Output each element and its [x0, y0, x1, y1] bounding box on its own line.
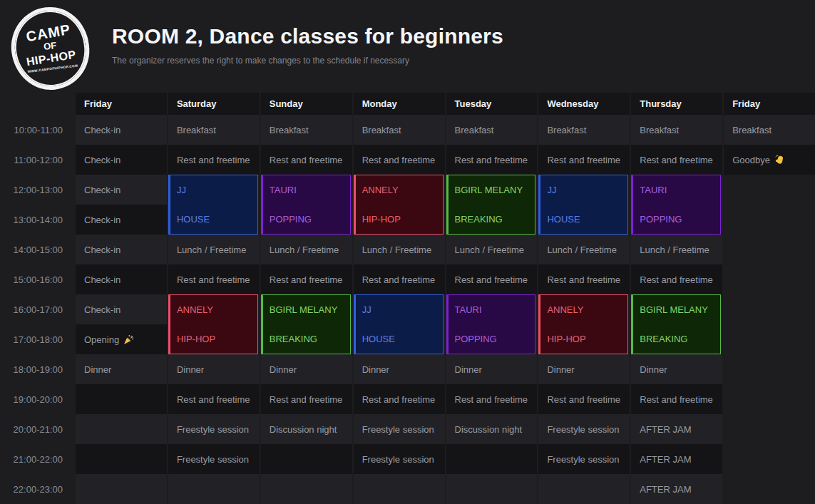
schedule-cell-empty — [724, 354, 815, 384]
time-slot-label: 20:00-21:00 — [0, 414, 74, 444]
time-slot-label: 16:00-17:00 — [0, 294, 74, 324]
schedule-cell — [354, 474, 445, 504]
class-teacher-name: TAURI — [448, 295, 535, 324]
time-slot-label: 19:00-20:00 — [0, 384, 74, 414]
schedule-cell: Lunch / Freetime — [631, 235, 722, 264]
schedule-cell-text: Rest and freetime — [177, 274, 250, 285]
schedule-cell: Rest and freetime — [446, 264, 538, 294]
schedule-cell-text: Rest and freetime — [177, 155, 250, 165]
schedule-cell-text: Discussion night — [270, 424, 337, 435]
time-slot-label: 10:00-11:00 — [0, 115, 74, 145]
schedule-cell: Rest and freetime — [354, 384, 445, 414]
schedule-cell-text: Freestyle session — [362, 424, 434, 435]
schedule-cell-text: Lunch / Freetime — [362, 245, 432, 255]
schedule-cell-empty — [724, 324, 815, 354]
schedule-cell: Rest and freetime — [631, 384, 722, 414]
schedule-cell-text: Lunch / Freetime — [640, 245, 709, 255]
class-teacher-name: JJ — [356, 295, 443, 324]
class-block: BGIRL MELANYBREAKING — [446, 175, 536, 235]
class-block: TAURIPOPPING — [261, 175, 351, 235]
schedule-cell: Dinner — [261, 354, 352, 384]
time-slot-label: 18:00-19:00 — [0, 354, 74, 384]
schedule-cell-text: Check-in — [84, 155, 121, 165]
schedule-cell — [168, 474, 260, 504]
schedule-cell: Rest and freetime — [631, 264, 722, 294]
class-block: ANNELYHIP-HOP — [354, 175, 444, 235]
schedule-cell-text: Rest and freetime — [640, 394, 713, 405]
schedule-cell: AFTER JAM — [631, 414, 722, 444]
class-style-name: HOUSE — [356, 324, 443, 354]
schedule-cell-text: Dinner — [547, 364, 574, 375]
schedule-cell: Lunch / Freetime — [354, 235, 445, 264]
class-block: JJHOUSE — [354, 294, 444, 354]
schedule-cell: Rest and freetime — [354, 145, 445, 175]
schedule-cell: Lunch / Freetime — [261, 235, 352, 264]
logo-text: CAMP — [25, 22, 71, 44]
schedule-cell-text: Check-in — [84, 125, 121, 135]
page-subtitle: The organizer reserves the right to make… — [112, 56, 503, 66]
schedule-cell — [261, 474, 352, 504]
schedule-cell-empty — [724, 175, 815, 205]
schedule-cell-text: Breakfast — [732, 125, 772, 135]
schedule-cell: Freestyle session — [168, 444, 260, 474]
schedule-cell-text: AFTER JAM — [640, 424, 691, 435]
schedule-cell: Rest and freetime — [168, 145, 260, 175]
schedule-cell-empty — [724, 264, 815, 294]
schedule-cell: Dinner — [538, 354, 630, 384]
schedule-cell-text: Rest and freetime — [455, 274, 528, 285]
time-slot-label: 15:00-16:00 — [0, 264, 74, 294]
class-style-name: POPPING — [263, 205, 350, 234]
class-block: JJHOUSE — [168, 175, 258, 235]
schedule-cell: Discussion night — [261, 414, 352, 444]
class-block: ANNELYHIP-HOP — [168, 294, 258, 354]
schedule-cell-empty — [724, 205, 815, 235]
schedule-cell: Breakfast — [538, 115, 630, 145]
schedule-cell-text: Dinner — [270, 364, 297, 375]
class-block: TAURIPOPPING — [446, 294, 536, 354]
time-slot-label: 17:00-18:00 — [0, 324, 74, 354]
class-style-name: HOUSE — [170, 205, 257, 234]
schedule-cell-text: Rest and freetime — [455, 155, 528, 165]
schedule-cell: Freestyle session — [168, 414, 260, 444]
schedule-cell: Goodbye — [724, 145, 815, 175]
class-block: BGIRL MELANYBREAKING — [261, 294, 351, 354]
class-block: BGIRL MELANYBREAKING — [631, 294, 721, 354]
schedule-cell-text: Rest and freetime — [547, 155, 620, 165]
class-teacher-name: TAURI — [633, 175, 720, 205]
class-style-name: BREAKING — [633, 324, 720, 354]
schedule-cell-text: Lunch / Freetime — [270, 245, 339, 255]
schedule-cell-empty — [724, 294, 815, 324]
schedule-cell: Check-in — [76, 235, 167, 264]
schedule-cell-text: Check-in — [84, 185, 121, 195]
day-header: Friday — [76, 93, 167, 115]
schedule-cell-text: Check-in — [84, 215, 121, 225]
schedule-cell-text: Check-in — [84, 304, 121, 315]
schedule-cell: Dinner — [446, 354, 538, 384]
schedule-cell-text: Rest and freetime — [455, 394, 528, 405]
schedule-cell: Check-in — [76, 175, 167, 205]
schedule-cell — [538, 474, 630, 504]
schedule-cell-empty — [724, 235, 815, 264]
schedule-cell-text: Rest and freetime — [270, 274, 343, 285]
schedule-cell: Breakfast — [354, 115, 445, 145]
day-header: Sunday — [261, 93, 352, 115]
class-block: JJHOUSE — [538, 175, 628, 235]
schedule-cell: Breakfast — [631, 115, 722, 145]
time-slot-label: 11:00-12:00 — [0, 145, 74, 175]
schedule-cell-text: Rest and freetime — [547, 274, 620, 285]
schedule-cell: Check-in — [76, 205, 167, 235]
class-teacher-name: JJ — [170, 175, 257, 205]
time-slot-label: 13:00-14:00 — [0, 205, 74, 235]
class-teacher-name: BGIRL MELANY — [448, 175, 535, 205]
schedule-cell-text: Dinner — [362, 364, 389, 375]
class-teacher-name: BGIRL MELANY — [633, 295, 720, 324]
schedule-cell: Rest and freetime — [446, 145, 538, 175]
schedule-cell: Rest and freetime — [261, 384, 352, 414]
schedule-cell — [76, 474, 167, 504]
schedule-cell: Discussion night — [446, 414, 538, 444]
schedule-cell: Lunch / Freetime — [538, 235, 630, 264]
schedule-cell: Dinner — [76, 354, 167, 384]
schedule-cell: Rest and freetime — [631, 145, 722, 175]
schedule-cell: AFTER JAM — [631, 474, 722, 504]
time-slot-label: 12:00-13:00 — [0, 175, 74, 205]
